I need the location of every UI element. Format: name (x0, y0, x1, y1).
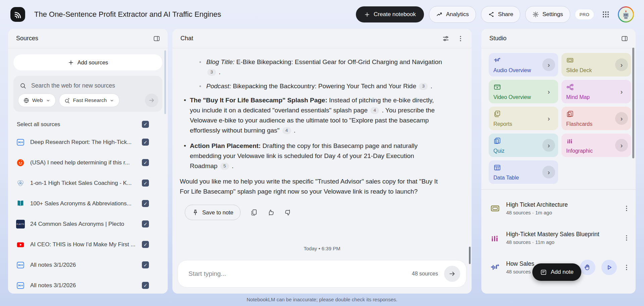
thumb-down-button[interactable] (284, 209, 292, 216)
bullet-marker: • (184, 95, 186, 105)
source-checkbox[interactable]: ✓ (142, 241, 149, 248)
citation-chip[interactable]: 4 (370, 107, 379, 114)
add-sources-button[interactable]: Add sources (13, 54, 162, 70)
studio-item-text: High-Ticket Mastery Sales Blueprint48 so… (506, 231, 617, 245)
source-title: AI CEO: THIS is How I'd Make My First ..… (30, 241, 137, 248)
infographic-icon (490, 233, 500, 243)
collapse-studio-panel-icon[interactable] (620, 34, 630, 44)
web-filter-button[interactable]: Web (18, 94, 56, 107)
chevron-right-icon: › (615, 139, 628, 152)
source-checkbox[interactable]: ✓ (142, 282, 149, 289)
copy-response-button[interactable] (250, 209, 258, 216)
submit-search-button[interactable] (145, 94, 158, 107)
studio-item-title: High Ticket Architecture (506, 201, 617, 208)
citation-chip[interactable]: 5 (220, 163, 229, 170)
analytics-button[interactable]: Analytics (429, 6, 476, 23)
book-icon (16, 199, 25, 208)
chat-menu-icon[interactable] (455, 34, 466, 44)
source-list-item[interactable]: (USA) I need help determining if this r.… (8, 152, 168, 173)
studio-tile-infographic[interactable]: Infographic› (561, 134, 631, 157)
studio-item-meta: 48 sources · 11m ago (506, 239, 617, 245)
chevron-right-icon: › (542, 85, 555, 98)
youtube-icon (16, 240, 25, 249)
share-button[interactable]: Share (481, 6, 520, 23)
citation-chip[interactable]: 3 (419, 83, 428, 90)
account-avatar[interactable] (618, 6, 634, 22)
play-audio-button[interactable] (601, 260, 617, 275)
source-list-item[interactable]: All notes 3/1/2026✓ (8, 275, 168, 294)
source-checkbox[interactable]: ✓ (142, 180, 149, 187)
chat-scrollbar[interactable] (469, 247, 471, 264)
studio-tile-quiz[interactable]: ?Quiz› (489, 134, 558, 157)
studio-panel: Studio Audio Overview›Slide Deck›Video O… (481, 29, 636, 294)
chat-panel-title: Chat (180, 35, 193, 42)
web-search-input[interactable] (31, 82, 156, 90)
chevron-right-icon: › (542, 139, 555, 152)
tile-label: Reports (493, 121, 512, 127)
source-checkbox[interactable]: ✓ (142, 220, 149, 227)
source-list-item[interactable]: 1-on-1 High Ticket Sales Coaching - K...… (8, 173, 168, 193)
create-notebook-button[interactable]: Create notebook (356, 6, 424, 22)
slide-deck-icon (490, 203, 500, 213)
notebooklm-logo-icon[interactable] (10, 7, 25, 22)
settings-button[interactable]: Settings (525, 6, 570, 23)
chevron-right-icon: › (615, 58, 628, 71)
studio-tile-mind-map[interactable]: Mind Map› (561, 80, 631, 103)
sources-scrollbar[interactable] (164, 50, 166, 114)
select-all-label: Select all sources (17, 121, 60, 128)
collapse-sources-panel-icon[interactable] (152, 34, 162, 44)
save-to-note-button[interactable]: Save to note (185, 205, 240, 220)
tile-label: Slide Deck (566, 67, 592, 73)
source-checkbox[interactable]: ✓ (142, 139, 149, 146)
apps-grid-button[interactable] (599, 7, 613, 21)
trending-icon (436, 11, 443, 18)
plecto-icon: PLECTO (16, 220, 25, 228)
studio-item[interactable]: High-Ticket Mastery Sales Blueprint48 so… (481, 223, 636, 253)
send-message-button[interactable] (444, 266, 460, 282)
bullet-marker: • (184, 141, 186, 151)
chat-block: Would you like me to help you write the … (180, 176, 443, 197)
studio-tile-audio-overview[interactable]: Audio Overview› (489, 53, 558, 76)
studio-tile-flashcards[interactable]: Flashcards› (561, 107, 631, 130)
studio-item[interactable]: High Ticket Architecture48 sources · 1m … (481, 194, 636, 223)
avatar-robot-image (619, 7, 633, 21)
tile-label: Audio Overview (493, 67, 531, 73)
source-list-item[interactable]: Deep Research Report: The High-Tick...✓ (8, 132, 168, 152)
chat-text: . (217, 68, 221, 75)
item-menu-button[interactable] (623, 234, 630, 242)
source-list-item[interactable]: 100+ Sales Acronyms & Abbreviations...✓ (8, 193, 168, 214)
research-mode-button[interactable]: Fast Research (59, 94, 120, 107)
tile-label: Infographic (566, 148, 593, 154)
studio-panel-title: Studio (489, 35, 506, 42)
studio-tile-slide-deck[interactable]: Slide Deck› (561, 53, 631, 76)
select-all-checkbox[interactable]: ✓ (142, 121, 149, 128)
arrow-right-icon (148, 97, 155, 104)
citation-chip[interactable]: 3 (207, 69, 216, 76)
chat-text: . (429, 83, 432, 90)
item-menu-button[interactable] (623, 205, 630, 212)
chevron-right-icon: › (542, 112, 555, 125)
item-menu-button[interactable] (623, 264, 630, 271)
source-checkbox[interactable]: ✓ (142, 200, 149, 207)
studio-tile-data-table[interactable]: Data Table› (489, 160, 558, 184)
chat-input[interactable] (188, 270, 412, 278)
studio-tile-video-overview[interactable]: Video Overview› (489, 80, 558, 103)
source-checkbox[interactable]: ✓ (142, 261, 149, 268)
source-list-item[interactable]: All notes 3/1/2026✓ (8, 255, 168, 275)
thumb-up-button[interactable] (267, 209, 275, 216)
studio-tile-reports[interactable]: Reports› (489, 107, 558, 130)
source-list-item[interactable]: PLECTO24 Common Sales Acronyms | Plecto✓ (8, 214, 168, 234)
studio-scrollbar[interactable] (632, 48, 634, 158)
notebook-title[interactable]: The One-Sentence Profit Extractor and AI… (34, 10, 221, 19)
citation-chip[interactable]: 4 (282, 127, 291, 134)
source-list-item[interactable]: AI CEO: THIS is How I'd Make My First ..… (8, 234, 168, 255)
interactive-mode-button[interactable] (580, 260, 595, 275)
chat-configure-icon[interactable] (441, 34, 451, 44)
source-checkbox[interactable]: ✓ (142, 159, 149, 166)
bullet-marker: ◦ (199, 81, 201, 91)
chevron-down-icon (46, 98, 51, 103)
chat-block: •Action Plan Placement: Drafting the cop… (180, 141, 443, 171)
audio-overview-icon (490, 262, 500, 272)
add-note-button[interactable]: Add note (532, 263, 581, 281)
bullet-marker: ◦ (199, 57, 201, 67)
